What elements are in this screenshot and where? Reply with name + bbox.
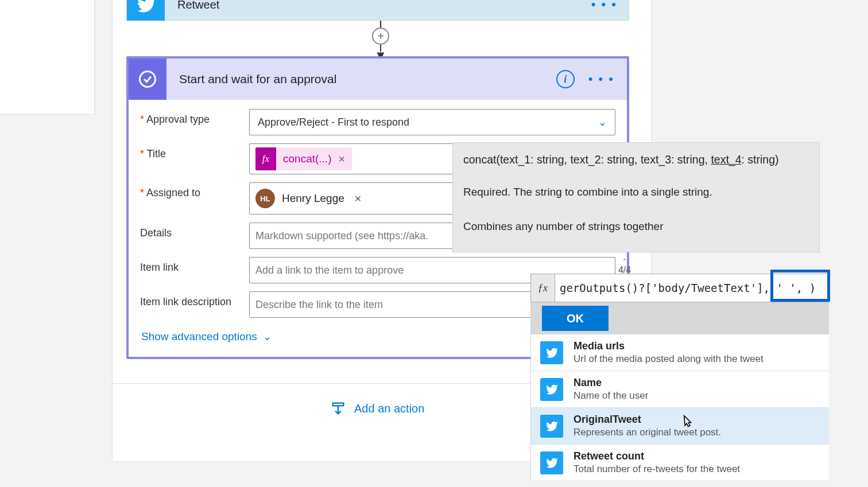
stepper-up-icon[interactable]: ˄: [623, 259, 626, 265]
label-title: Title: [140, 143, 249, 160]
approval-type-value: Approve/Reject - First to respond: [258, 116, 409, 128]
label-details: Details: [140, 223, 249, 239]
person-chip[interactable]: HL Henry Legge ×: [255, 186, 361, 211]
fx-icon: ƒx: [531, 274, 555, 302]
label-approval-type: Approval type: [140, 109, 249, 126]
function-param-desc: Required. The string to combine into a s…: [463, 184, 809, 200]
dynamic-item-original-tweet[interactable]: OriginalTweet Represents an original twe…: [531, 408, 829, 445]
approval-icon: [129, 59, 166, 100]
expression-ok-row: OK: [530, 302, 829, 334]
add-step-icon[interactable]: +: [372, 28, 389, 45]
side-panel: • • •: [0, 0, 95, 115]
person-name: Henry Legge: [282, 192, 344, 205]
label-item-link-desc: Item link description: [140, 291, 249, 308]
label-assigned-to: Assigned to: [140, 182, 249, 199]
add-action-label: Add an action: [354, 402, 424, 415]
add-action-icon: [330, 400, 346, 416]
approval-type-dropdown[interactable]: Approve/Reject - First to respond ⌄: [249, 109, 615, 135]
approval-card-title: Start and wait for an approval: [179, 72, 556, 86]
dynamic-item-name[interactable]: Name Name of the user: [531, 371, 829, 408]
svg-rect-1: [333, 403, 344, 406]
label-item-link: Item link: [140, 257, 249, 274]
function-tooltip: concat(text_1: string, text_2: string, t…: [452, 142, 820, 252]
remove-person-icon[interactable]: ×: [355, 192, 362, 205]
list-item-subtitle: Represents an original tweet post.: [574, 427, 721, 438]
expression-editor-panel: ƒx gerOutputs()?['body/TweetText'], ' ',…: [530, 274, 829, 481]
add-action-button[interactable]: Add an action: [330, 400, 424, 416]
expression-input-row[interactable]: ƒx gerOutputs()?['body/TweetText'], ' ',…: [530, 274, 829, 302]
twitter-icon: [540, 451, 563, 474]
retweet-card-title: Retweet: [177, 0, 591, 11]
approval-more-icon[interactable]: • • •: [588, 72, 614, 87]
twitter-icon: [127, 0, 165, 21]
details-placeholder: Markdown supported (see https://aka.: [255, 230, 428, 242]
twitter-icon: [540, 415, 563, 438]
twitter-icon: [540, 341, 563, 364]
list-item-subtitle: Total number of re-tweets for the tweet: [574, 463, 740, 475]
list-item-title: OriginalTweet: [574, 414, 721, 426]
svg-point-0: [140, 72, 156, 87]
info-icon[interactable]: i: [556, 70, 575, 88]
expression-token-label: concat(...): [283, 153, 331, 165]
show-advanced-label: Show advanced options: [141, 330, 257, 343]
ok-button[interactable]: OK: [542, 306, 609, 331]
dynamic-content-list: Media urls Url of the media posted along…: [530, 334, 829, 481]
function-desc: Combines any number of strings together: [463, 218, 809, 235]
list-item-title: Retweet count: [574, 450, 740, 462]
dynamic-item-media-urls[interactable]: Media urls Url of the media posted along…: [531, 334, 829, 371]
chevron-down-icon: ⌄: [598, 116, 607, 128]
item-link-placeholder: Add a link to the item to approve: [255, 264, 404, 276]
function-signature: concat(text_1: string, text_2: string, t…: [463, 151, 809, 169]
twitter-icon: [540, 378, 563, 401]
panel-more-icon[interactable]: • • •: [60, 0, 86, 110]
item-link-desc-placeholder: Describe the link to the item: [255, 299, 383, 311]
list-item-subtitle: Name of the user: [574, 390, 648, 402]
dynamic-item-retweet-count[interactable]: Retweet count Total number of re-tweets …: [531, 445, 829, 481]
expression-input[interactable]: gerOutputs()?['body/TweetText'], ' ', ): [555, 282, 828, 294]
chevron-down-icon: ⌄: [263, 330, 272, 343]
expression-token[interactable]: fx concat(...) ×: [255, 147, 352, 170]
fx-icon: fx: [255, 147, 276, 170]
remove-token-icon[interactable]: ×: [338, 153, 345, 166]
avatar: HL: [255, 189, 275, 208]
retweet-action-card[interactable]: Retweet • • •: [126, 0, 629, 21]
list-item-subtitle: Url of the media posted along with the t…: [574, 353, 764, 365]
retweet-more-icon[interactable]: • • •: [591, 0, 617, 12]
list-item-title: Media urls: [574, 340, 764, 352]
list-item-title: Name: [574, 377, 648, 389]
approval-card-header[interactable]: Start and wait for an approval i • • •: [129, 59, 627, 100]
